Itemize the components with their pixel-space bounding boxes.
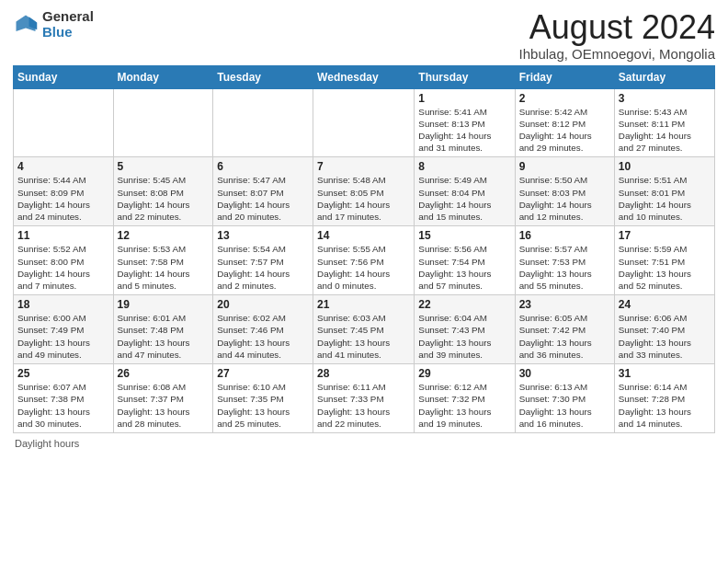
calendar-cell: 18Sunrise: 6:00 AM Sunset: 7:49 PM Dayli… bbox=[14, 295, 114, 364]
cell-info: Sunrise: 5:48 AM Sunset: 8:05 PM Dayligh… bbox=[317, 174, 410, 223]
calendar-cell: 4Sunrise: 5:44 AM Sunset: 8:09 PM Daylig… bbox=[14, 157, 114, 226]
cell-info: Sunrise: 5:56 AM Sunset: 7:54 PM Dayligh… bbox=[418, 243, 510, 292]
logo-general: General bbox=[42, 8, 94, 24]
daylight-label: Daylight hours bbox=[15, 438, 79, 449]
cell-date-number: 8 bbox=[418, 160, 510, 173]
calendar-cell: 30Sunrise: 6:13 AM Sunset: 7:30 PM Dayli… bbox=[515, 364, 614, 433]
calendar-cell: 31Sunrise: 6:14 AM Sunset: 7:28 PM Dayli… bbox=[614, 364, 714, 433]
cell-date-number: 13 bbox=[217, 229, 309, 242]
cell-date-number: 12 bbox=[118, 229, 210, 242]
cell-info: Sunrise: 6:11 AM Sunset: 7:33 PM Dayligh… bbox=[317, 381, 410, 430]
calendar-cell: 8Sunrise: 5:49 AM Sunset: 8:04 PM Daylig… bbox=[415, 157, 515, 226]
cell-date-number: 25 bbox=[17, 367, 109, 380]
cell-date-number: 26 bbox=[118, 367, 210, 380]
calendar-cell: 1Sunrise: 5:41 AM Sunset: 8:13 PM Daylig… bbox=[415, 88, 515, 157]
cell-info: Sunrise: 6:10 AM Sunset: 7:35 PM Dayligh… bbox=[217, 381, 309, 430]
calendar-cell: 15Sunrise: 5:56 AM Sunset: 7:54 PM Dayli… bbox=[415, 226, 515, 295]
sub-title: Ihbulag, OEmnoegovi, Mongolia bbox=[519, 46, 715, 62]
cell-date-number: 16 bbox=[519, 229, 610, 242]
calendar-cell: 5Sunrise: 5:45 AM Sunset: 8:08 PM Daylig… bbox=[113, 157, 213, 226]
cell-date-number: 11 bbox=[17, 229, 109, 242]
calendar-cell bbox=[313, 88, 415, 157]
day-header-friday: Friday bbox=[515, 65, 614, 88]
calendar-cell: 21Sunrise: 6:03 AM Sunset: 7:45 PM Dayli… bbox=[313, 295, 415, 364]
cell-info: Sunrise: 5:45 AM Sunset: 8:08 PM Dayligh… bbox=[118, 174, 210, 223]
calendar-cell: 14Sunrise: 5:55 AM Sunset: 7:56 PM Dayli… bbox=[313, 226, 415, 295]
calendar-cell: 17Sunrise: 5:59 AM Sunset: 7:51 PM Dayli… bbox=[614, 226, 714, 295]
cell-info: Sunrise: 6:06 AM Sunset: 7:40 PM Dayligh… bbox=[619, 312, 711, 361]
week-row-3: 18Sunrise: 6:00 AM Sunset: 7:49 PM Dayli… bbox=[14, 295, 715, 364]
cell-date-number: 5 bbox=[118, 160, 210, 173]
cell-date-number: 3 bbox=[619, 92, 711, 105]
cell-date-number: 31 bbox=[619, 367, 711, 380]
calendar: SundayMondayTuesdayWednesdayThursdayFrid… bbox=[13, 65, 715, 433]
cell-date-number: 23 bbox=[519, 298, 610, 311]
calendar-cell: 2Sunrise: 5:42 AM Sunset: 8:12 PM Daylig… bbox=[515, 88, 614, 157]
cell-date-number: 17 bbox=[619, 229, 711, 242]
cell-date-number: 24 bbox=[619, 298, 711, 311]
cell-info: Sunrise: 6:01 AM Sunset: 7:48 PM Dayligh… bbox=[118, 312, 210, 361]
cell-date-number: 14 bbox=[317, 229, 410, 242]
day-header-thursday: Thursday bbox=[415, 65, 515, 88]
cell-date-number: 20 bbox=[217, 298, 309, 311]
calendar-cell bbox=[113, 88, 213, 157]
calendar-cell: 12Sunrise: 5:53 AM Sunset: 7:58 PM Dayli… bbox=[113, 226, 213, 295]
calendar-cell: 7Sunrise: 5:48 AM Sunset: 8:05 PM Daylig… bbox=[313, 157, 415, 226]
cell-info: Sunrise: 5:43 AM Sunset: 8:11 PM Dayligh… bbox=[619, 106, 711, 155]
calendar-cell bbox=[14, 88, 114, 157]
cell-info: Sunrise: 5:59 AM Sunset: 7:51 PM Dayligh… bbox=[619, 243, 711, 292]
cell-date-number: 18 bbox=[17, 298, 109, 311]
calendar-cell: 28Sunrise: 6:11 AM Sunset: 7:33 PM Dayli… bbox=[313, 364, 415, 433]
main-title: August 2024 bbox=[519, 9, 715, 46]
cell-info: Sunrise: 6:13 AM Sunset: 7:30 PM Dayligh… bbox=[519, 381, 610, 430]
cell-date-number: 10 bbox=[619, 160, 711, 173]
day-header-sunday: Sunday bbox=[14, 65, 114, 88]
calendar-cell: 25Sunrise: 6:07 AM Sunset: 7:38 PM Dayli… bbox=[14, 364, 114, 433]
calendar-cell: 19Sunrise: 6:01 AM Sunset: 7:48 PM Dayli… bbox=[113, 295, 213, 364]
page: General Blue August 2024 Ihbulag, OEmnoe… bbox=[0, 0, 728, 456]
cell-date-number: 27 bbox=[217, 367, 309, 380]
cell-info: Sunrise: 6:03 AM Sunset: 7:45 PM Dayligh… bbox=[317, 312, 410, 361]
week-row-1: 4Sunrise: 5:44 AM Sunset: 8:09 PM Daylig… bbox=[14, 157, 715, 226]
logo-blue: Blue bbox=[42, 24, 73, 40]
cell-date-number: 15 bbox=[418, 229, 510, 242]
cell-date-number: 6 bbox=[217, 160, 309, 173]
calendar-cell: 24Sunrise: 6:06 AM Sunset: 7:40 PM Dayli… bbox=[614, 295, 714, 364]
cell-info: Sunrise: 5:51 AM Sunset: 8:01 PM Dayligh… bbox=[619, 174, 711, 223]
cell-info: Sunrise: 6:02 AM Sunset: 7:46 PM Dayligh… bbox=[217, 312, 309, 361]
day-header-tuesday: Tuesday bbox=[213, 65, 313, 88]
cell-info: Sunrise: 6:00 AM Sunset: 7:49 PM Dayligh… bbox=[17, 312, 109, 361]
week-row-4: 25Sunrise: 6:07 AM Sunset: 7:38 PM Dayli… bbox=[14, 364, 715, 433]
cell-date-number: 19 bbox=[118, 298, 210, 311]
calendar-cell: 16Sunrise: 5:57 AM Sunset: 7:53 PM Dayli… bbox=[515, 226, 614, 295]
day-header-saturday: Saturday bbox=[614, 65, 714, 88]
cell-info: Sunrise: 6:05 AM Sunset: 7:42 PM Dayligh… bbox=[519, 312, 610, 361]
footer-note: Daylight hours bbox=[13, 438, 715, 449]
cell-date-number: 28 bbox=[317, 367, 410, 380]
calendar-cell: 23Sunrise: 6:05 AM Sunset: 7:42 PM Dayli… bbox=[515, 295, 614, 364]
day-header-wednesday: Wednesday bbox=[313, 65, 415, 88]
cell-info: Sunrise: 5:55 AM Sunset: 7:56 PM Dayligh… bbox=[317, 243, 410, 292]
cell-date-number: 21 bbox=[317, 298, 410, 311]
cell-info: Sunrise: 5:53 AM Sunset: 7:58 PM Dayligh… bbox=[118, 243, 210, 292]
calendar-cell: 22Sunrise: 6:04 AM Sunset: 7:43 PM Dayli… bbox=[415, 295, 515, 364]
logo: General Blue bbox=[13, 9, 94, 40]
calendar-header-row: SundayMondayTuesdayWednesdayThursdayFrid… bbox=[14, 65, 715, 88]
cell-info: Sunrise: 6:04 AM Sunset: 7:43 PM Dayligh… bbox=[418, 312, 510, 361]
calendar-cell: 27Sunrise: 6:10 AM Sunset: 7:35 PM Dayli… bbox=[213, 364, 313, 433]
cell-date-number: 9 bbox=[519, 160, 610, 173]
cell-info: Sunrise: 5:44 AM Sunset: 8:09 PM Dayligh… bbox=[17, 174, 109, 223]
calendar-cell: 3Sunrise: 5:43 AM Sunset: 8:11 PM Daylig… bbox=[614, 88, 714, 157]
cell-date-number: 1 bbox=[418, 92, 510, 105]
cell-info: Sunrise: 5:41 AM Sunset: 8:13 PM Dayligh… bbox=[418, 106, 510, 155]
cell-info: Sunrise: 5:54 AM Sunset: 7:57 PM Dayligh… bbox=[217, 243, 309, 292]
calendar-cell: 6Sunrise: 5:47 AM Sunset: 8:07 PM Daylig… bbox=[213, 157, 313, 226]
cell-info: Sunrise: 5:50 AM Sunset: 8:03 PM Dayligh… bbox=[519, 174, 610, 223]
calendar-cell: 29Sunrise: 6:12 AM Sunset: 7:32 PM Dayli… bbox=[415, 364, 515, 433]
calendar-cell: 9Sunrise: 5:50 AM Sunset: 8:03 PM Daylig… bbox=[515, 157, 614, 226]
week-row-0: 1Sunrise: 5:41 AM Sunset: 8:13 PM Daylig… bbox=[14, 88, 715, 157]
cell-info: Sunrise: 5:42 AM Sunset: 8:12 PM Dayligh… bbox=[519, 106, 610, 155]
cell-info: Sunrise: 6:12 AM Sunset: 7:32 PM Dayligh… bbox=[418, 381, 510, 430]
cell-info: Sunrise: 5:52 AM Sunset: 8:00 PM Dayligh… bbox=[17, 243, 109, 292]
day-header-monday: Monday bbox=[113, 65, 213, 88]
